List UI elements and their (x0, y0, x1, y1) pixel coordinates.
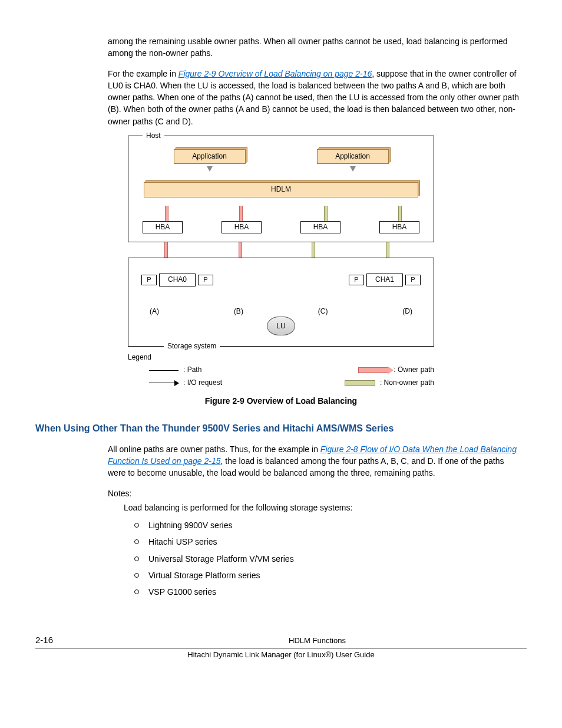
figure: Host Application Application HDLM (35, 136, 527, 388)
paragraph: For the example in Figure 2-9 Overview o… (108, 68, 521, 127)
legend-label: : Owner path (394, 365, 434, 375)
path-label: (A) (150, 307, 159, 317)
legend-label: : I/O request (183, 378, 236, 388)
hdlm-box: HDLM (144, 182, 418, 197)
legend-label: : Non-owner path (380, 378, 434, 388)
path-line-icon (149, 370, 178, 371)
paragraph: among the remaining usable owner paths. … (108, 35, 521, 60)
list-item: Hitachi USP series (130, 536, 527, 548)
notes-label: Notes: (108, 487, 527, 499)
list-item: VSP G1000 series (130, 586, 527, 598)
lu-cylinder: LU (267, 317, 295, 335)
path-label: (B) (234, 307, 243, 317)
bullet-list: Lightning 9900V series Hitachi USP serie… (130, 519, 527, 598)
legend: Legend : Path : Owner path : I/O request… (128, 353, 434, 388)
port-box: P (141, 275, 157, 285)
port-box: P (349, 275, 364, 285)
host-frame: Host Application Application HDLM (128, 136, 434, 242)
text: All online paths are owner paths. Thus, … (108, 444, 320, 454)
application-box: Application (174, 149, 246, 164)
notes-intro: Load balancing is performed for the foll… (124, 502, 527, 513)
list-item: Universal Storage Platform V/VM series (130, 553, 527, 565)
port-box: P (198, 275, 213, 285)
footer-title: HDLM Functions (108, 635, 527, 647)
arrow-down-icon (207, 166, 213, 172)
cha-box: CHA1 (366, 274, 403, 286)
application-box: Application (317, 149, 389, 164)
hba-box: HBA (300, 221, 340, 233)
path-label: (C) (318, 307, 328, 317)
hba-box: HBA (222, 221, 262, 233)
footer: 2-16 HDLM Functions Hitachi Dynamic Link… (35, 634, 527, 661)
list-item: Virtual Storage Platform series (130, 569, 527, 581)
nonowner-path-icon (345, 380, 375, 386)
page-number: 2-16 (35, 634, 108, 647)
legend-title: Legend (128, 353, 434, 363)
host-label: Host (143, 131, 164, 141)
storage-frame: P CHA0 P P CHA1 P (A) (B) (C) (D) LU Sto… (128, 258, 434, 347)
hba-box: HBA (379, 221, 419, 233)
figure-caption: Figure 2-9 Overview of Load Balancing (35, 395, 527, 407)
list-item: Lightning 9900V series (130, 519, 527, 531)
paragraph: All online paths are owner paths. Thus, … (108, 443, 521, 479)
port-box: P (405, 275, 421, 285)
text: For the example in (108, 69, 178, 78)
cha-box: CHA0 (159, 274, 196, 286)
owner-path-icon (358, 367, 389, 373)
arrow-down-icon (350, 166, 356, 172)
legend-label: : Path (183, 365, 236, 375)
footer-subtitle: Hitachi Dynamic Link Manager (for Linux®… (35, 650, 527, 661)
hba-box: HBA (143, 221, 183, 233)
storage-label: Storage system (164, 341, 220, 351)
path-label: (D) (402, 307, 412, 317)
section-heading: When Using Other Than the Thunder 9500V … (35, 421, 527, 435)
io-arrow-icon (149, 383, 178, 383)
figure-link[interactable]: Figure 2-9 Overview of Load Balancing on… (178, 69, 372, 78)
diagram: Host Application Application HDLM (128, 136, 434, 388)
